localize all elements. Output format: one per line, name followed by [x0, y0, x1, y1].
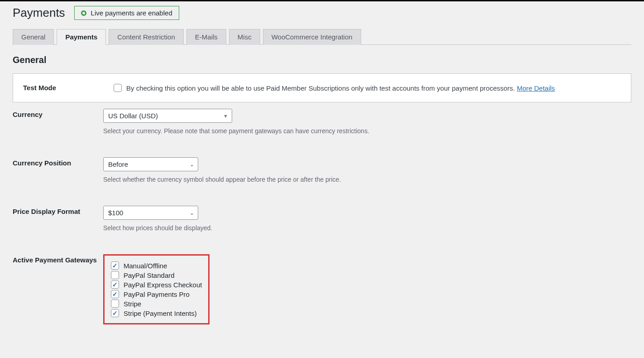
status-badge: Live payments are enabled — [74, 6, 179, 20]
test-mode-card: Test Mode By checking this option you wi… — [13, 73, 631, 102]
test-mode-text: By checking this option you will be able… — [126, 84, 517, 92]
currency-position-desc: Select whether the currency symbol shoul… — [103, 176, 631, 183]
tab-emails[interactable]: E-Mails — [186, 29, 226, 45]
gateway-manual-checkbox[interactable] — [111, 261, 119, 270]
price-format-label: Price Display Format — [13, 199, 103, 248]
gateway-paypal-standard-checkbox[interactable] — [111, 271, 119, 279]
currency-value: US Dollar (USD) — [108, 112, 158, 120]
gateway-paypal-pro-checkbox[interactable] — [111, 290, 119, 298]
gateway-label: Stripe (Payment Intents) — [124, 310, 197, 317]
price-format-desc: Select how prices should be displayed. — [103, 224, 631, 232]
gateway-label: PayPal Payments Pro — [124, 290, 190, 298]
currency-position-label: Currency Position — [13, 151, 103, 199]
page-title: Payments — [13, 6, 65, 20]
tab-content-restriction[interactable]: Content Restriction — [109, 29, 184, 45]
currency-label: Currency — [13, 102, 103, 151]
gateway-label: PayPal Standard — [124, 271, 175, 279]
test-mode-label: Test Mode — [23, 84, 114, 92]
gateway-stripe-intents-checkbox[interactable] — [111, 309, 119, 317]
tab-woocommerce[interactable]: WooCommerce Integration — [263, 29, 361, 45]
tab-misc[interactable]: Misc — [229, 29, 260, 45]
currency-position-value: Before — [108, 160, 128, 168]
status-text: Live payments are enabled — [91, 9, 172, 17]
test-mode-checkbox[interactable] — [114, 84, 122, 92]
tab-payments[interactable]: Payments — [57, 29, 106, 45]
caret-down-icon: ▼ — [223, 113, 228, 119]
price-format-select[interactable]: $100 ⌄ — [103, 206, 198, 220]
gateways-group: Manual/Offline PayPal Standard PayPal Ex… — [103, 254, 210, 324]
status-circle-icon — [81, 10, 86, 16]
gateway-label: PayPal Express Checkout — [124, 281, 202, 289]
gateway-stripe-checkbox[interactable] — [111, 300, 119, 308]
gateway-paypal-express-checkbox[interactable] — [111, 281, 119, 289]
chevron-down-icon: ⌄ — [190, 210, 194, 216]
price-format-value: $100 — [108, 209, 123, 217]
section-title: General — [13, 55, 631, 65]
gateway-label: Stripe — [124, 300, 141, 308]
currency-position-select[interactable]: Before ⌄ — [103, 157, 198, 171]
more-details-link[interactable]: More Details — [517, 84, 555, 92]
gateways-label: Active Payment Gateways — [13, 248, 103, 341]
gateway-label: Manual/Offline — [124, 262, 167, 270]
tabs: General Payments Content Restriction E-M… — [13, 29, 631, 45]
chevron-down-icon: ⌄ — [190, 161, 194, 168]
currency-desc: Select your currency. Please note that s… — [103, 127, 631, 135]
currency-select[interactable]: US Dollar (USD) ▼ — [103, 109, 232, 123]
tab-general[interactable]: General — [13, 29, 54, 45]
